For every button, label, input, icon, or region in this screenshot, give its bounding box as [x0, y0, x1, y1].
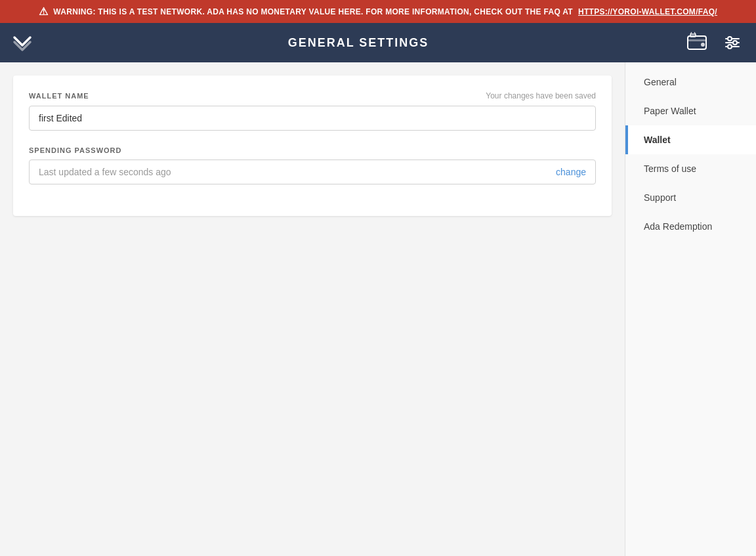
- wallet-name-group: WALLET NAME Your changes have been saved: [29, 91, 596, 131]
- wallet-name-label: WALLET NAME: [29, 92, 89, 100]
- sidebar-item-ada-redemption-label: Ada Redemption: [644, 221, 712, 232]
- sidebar-item-support-label: Support: [644, 192, 676, 203]
- change-password-button[interactable]: change: [556, 167, 586, 177]
- sidebar-item-general-label: General: [644, 77, 677, 87]
- logo-button[interactable]: [10, 31, 34, 54]
- svg-point-8: [733, 41, 737, 45]
- spending-password-group: SPENDING PASSWORD Last updated a few sec…: [29, 146, 596, 184]
- sidebar-item-terms-label: Terms of use: [644, 163, 696, 174]
- sidebar-nav: General Paper Wallet Wallet Terms of use…: [625, 62, 756, 241]
- wallet-nav-icon: [685, 31, 709, 54]
- settings-nav-icon: [722, 32, 743, 53]
- spending-password-label-row: SPENDING PASSWORD: [29, 146, 596, 154]
- sidebar-item-paper-wallet[interactable]: Paper Wallet: [625, 96, 756, 125]
- sidebar-item-ada-redemption[interactable]: Ada Redemption: [625, 212, 756, 241]
- svg-rect-0: [688, 36, 706, 49]
- sidebar-item-support[interactable]: Support: [625, 183, 756, 212]
- svg-point-2: [701, 43, 705, 47]
- main-layout: WALLET NAME Your changes have been saved…: [0, 62, 756, 556]
- content-area: WALLET NAME Your changes have been saved…: [0, 62, 625, 556]
- sidebar-item-paper-wallet-label: Paper Wallet: [644, 106, 696, 116]
- top-nav: GENERAL SETTINGS: [0, 23, 756, 62]
- wallet-name-input[interactable]: [29, 106, 596, 131]
- warning-banner: ⚠ WARNING: THIS IS A TEST NETWORK. ADA H…: [0, 0, 756, 23]
- settings-card: WALLET NAME Your changes have been saved…: [13, 75, 612, 216]
- sidebar-item-wallet-label: Wallet: [644, 135, 671, 145]
- svg-point-7: [728, 37, 732, 41]
- warning-text: WARNING: THIS IS A TEST NETWORK. ADA HAS…: [53, 7, 573, 16]
- warning-icon: ⚠: [39, 5, 48, 18]
- spending-password-label: SPENDING PASSWORD: [29, 146, 121, 154]
- settings-nav-button[interactable]: [719, 30, 746, 56]
- nav-right-icons: [682, 28, 746, 57]
- warning-link[interactable]: HTTPS://YOROI-WALLET.COM/FAQ/: [578, 7, 717, 16]
- logo-icon: [10, 31, 34, 54]
- wallet-nav-button[interactable]: [682, 28, 711, 57]
- svg-rect-1: [688, 39, 706, 41]
- last-updated-text: Last updated a few seconds ago: [39, 167, 171, 177]
- svg-point-9: [728, 45, 732, 49]
- save-message: Your changes have been saved: [486, 91, 596, 100]
- sidebar-item-wallet[interactable]: Wallet: [625, 125, 756, 154]
- sidebar-item-general[interactable]: General: [625, 68, 756, 96]
- right-sidebar: General Paper Wallet Wallet Terms of use…: [625, 62, 756, 556]
- sidebar-item-terms-of-use[interactable]: Terms of use: [625, 154, 756, 183]
- wallet-name-label-row: WALLET NAME Your changes have been saved: [29, 91, 596, 100]
- spending-password-row: Last updated a few seconds ago change: [29, 160, 596, 184]
- page-title: GENERAL SETTINGS: [288, 36, 429, 50]
